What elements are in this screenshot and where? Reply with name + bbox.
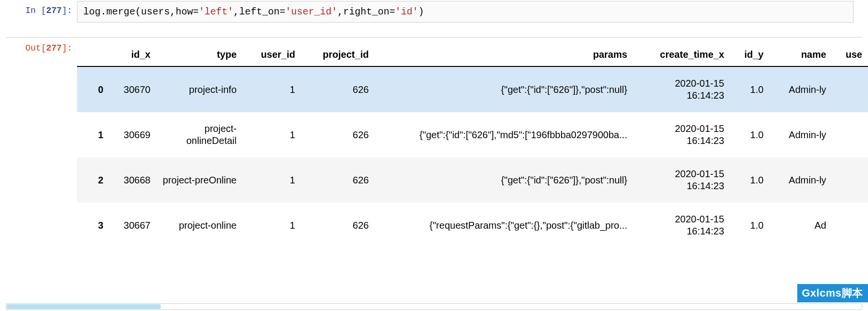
cell-use — [832, 157, 868, 203]
cell-type: project-onlineDetail — [156, 112, 243, 157]
col-create_time_x: create_time_x — [633, 42, 730, 66]
cell-use — [832, 203, 868, 248]
cell-type: project-online — [156, 203, 243, 248]
row-index: 1 — [77, 112, 107, 157]
output-prompt: Out[277]: — [0, 38, 77, 53]
output-cell: Out[277]: id_x type user_id project_id p… — [0, 38, 868, 248]
col-type: type — [156, 42, 243, 66]
col-id_x: id_x — [107, 42, 156, 66]
cell-id_y: 1.0 — [730, 157, 769, 203]
header-row: id_x type user_id project_id params crea… — [77, 42, 868, 66]
cell-user_id: 1 — [243, 66, 301, 112]
cell-id_x: 30667 — [107, 203, 156, 248]
cell-id_x: 30668 — [107, 157, 156, 203]
table-row[interactable]: 1 30669 project-onlineDetail 1 626 {"get… — [77, 112, 868, 157]
cell-id_x: 30670 — [107, 66, 156, 112]
cell-project_id: 626 — [301, 112, 374, 157]
header-index — [77, 42, 107, 66]
cell-name: Admin-ly — [769, 66, 832, 112]
col-name: name — [769, 42, 832, 66]
code-input[interactable]: log.merge(users,how='left',left_on='user… — [77, 1, 854, 23]
cell-id_x: 30669 — [107, 112, 156, 157]
input-cell: In [277]: log.merge(users,how='left',lef… — [0, 0, 868, 23]
cell-name: Ad — [769, 203, 832, 248]
dataframe-table: id_x type user_id project_id params crea… — [77, 42, 868, 248]
row-index: 3 — [77, 203, 107, 248]
input-prompt: In [277]: — [0, 0, 77, 15]
cell-use — [832, 66, 868, 112]
table-row[interactable]: 0 30670 project-info 1 626 {"get":{"id":… — [77, 66, 868, 112]
col-params: params — [374, 42, 633, 66]
col-user_id: user_id — [243, 42, 301, 66]
cell-type: project-preOnline — [156, 157, 243, 203]
cell-params: {"requestParams":{"get":{},"post":{"gitl… — [374, 203, 633, 248]
cell-id_y: 1.0 — [730, 203, 769, 248]
cell-create_time_x: 2020-01-15 16:14:23 — [633, 157, 730, 203]
cell-create_time_x: 2020-01-15 16:14:23 — [633, 66, 730, 112]
cell-create_time_x: 2020-01-15 16:14:23 — [633, 112, 730, 157]
cell-use — [832, 112, 868, 157]
cell-project_id: 626 — [301, 66, 374, 112]
cell-project_id: 626 — [301, 157, 374, 203]
col-project_id: project_id — [301, 42, 374, 66]
cell-id_y: 1.0 — [730, 66, 769, 112]
output-area: id_x type user_id project_id params crea… — [77, 38, 868, 248]
cell-create_time_x: 2020-01-15 16:14:23 — [633, 203, 730, 248]
row-index: 0 — [77, 66, 107, 112]
cell-name: Admin-ly — [769, 157, 832, 203]
cell-id_y: 1.0 — [730, 112, 769, 157]
table-row[interactable]: 3 30667 project-online 1 626 {"requestPa… — [77, 203, 868, 248]
row-index: 2 — [77, 157, 107, 203]
cell-user_id: 1 — [243, 112, 301, 157]
cell-params: {"get":{"id":["626"]},"post":null} — [374, 157, 633, 203]
cell-params: {"get":{"id":["626"]},"post":null} — [374, 66, 633, 112]
cell-user_id: 1 — [243, 203, 301, 248]
cell-type: project-info — [156, 66, 243, 112]
cell-user_id: 1 — [243, 157, 301, 203]
col-use: use — [832, 42, 868, 66]
cell-params: {"get":{"id":["626"],"md5":["196fbbba029… — [374, 112, 633, 157]
cell-project_id: 626 — [301, 203, 374, 248]
cell-name: Admin-ly — [769, 112, 832, 157]
col-id_y: id_y — [730, 42, 769, 66]
table-row[interactable]: 2 30668 project-preOnline 1 626 {"get":{… — [77, 157, 868, 203]
